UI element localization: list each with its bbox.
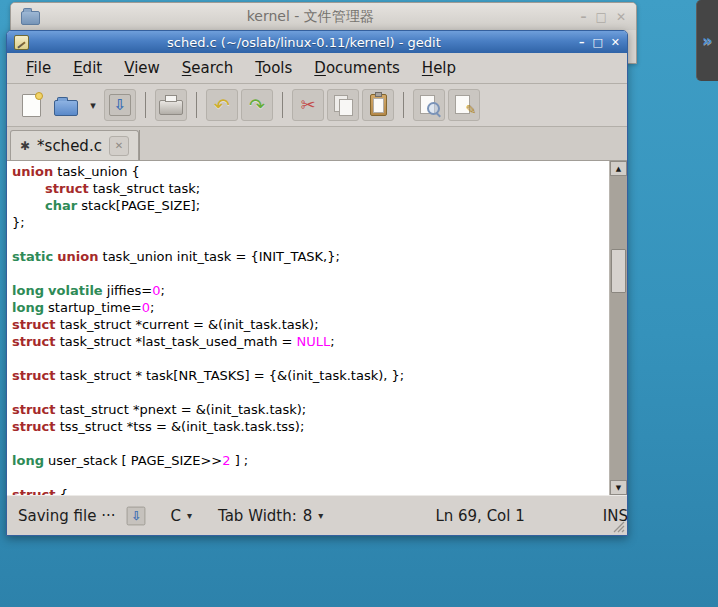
toolbar-separator bbox=[145, 92, 146, 118]
maximize-button[interactable]: □ bbox=[592, 37, 602, 48]
desktop: kernel - 文件管理器 – □ ✕ sched.c (~/oslab/li… bbox=[0, 0, 718, 607]
code-line: struct task_struct task; bbox=[12, 180, 609, 197]
toolbar-separator bbox=[282, 92, 283, 118]
code-line: union task_union { bbox=[12, 163, 609, 180]
status-bar: Saving file ··· ⇩ C ▾ Tab Width: 8 ▾ Ln … bbox=[7, 495, 627, 535]
redo-icon: ↷ bbox=[249, 96, 265, 115]
text-editor[interactable]: union task_union { struct task_struct ta… bbox=[7, 161, 609, 495]
code-line: static union task_union init_task = {INI… bbox=[12, 248, 609, 265]
undo-icon: ↶ bbox=[214, 96, 230, 115]
paste-button[interactable] bbox=[362, 89, 394, 121]
file-manager-titlebar[interactable]: kernel - 文件管理器 – □ ✕ bbox=[11, 3, 636, 30]
scrollbar-track[interactable] bbox=[610, 176, 627, 480]
print-icon bbox=[159, 100, 183, 115]
gedit-titlebar[interactable]: sched.c (~/oslab/linux-0.11/kernel) - ge… bbox=[7, 31, 627, 53]
menu-bar: FileEditViewSearchToolsDocumentsHelp bbox=[7, 53, 627, 84]
code-line: struct task_struct *current = &(init_tas… bbox=[12, 316, 609, 333]
menu-file[interactable]: File bbox=[15, 55, 62, 81]
code-line: long user_stack [ PAGE_SIZE>>2 ] ; bbox=[12, 452, 609, 469]
status-message: Saving file ··· bbox=[11, 507, 122, 525]
minimize-button[interactable]: – bbox=[579, 37, 585, 48]
tab-close-button[interactable]: ✕ bbox=[109, 136, 129, 156]
fm-maximize-button[interactable]: □ bbox=[596, 11, 607, 23]
tab-width-selector[interactable]: Tab Width: 8 ▾ bbox=[212, 507, 329, 525]
resize-grip[interactable] bbox=[610, 518, 625, 533]
chevron-down-icon: ▾ bbox=[318, 510, 323, 521]
tabbar-empty-area bbox=[140, 130, 627, 160]
code-line: struct task_struct *last_task_used_math … bbox=[12, 333, 609, 350]
tab-progress-icon: ✱ bbox=[20, 140, 30, 152]
paste-icon bbox=[370, 94, 387, 116]
save-icon: ⇩ bbox=[109, 94, 131, 116]
cut-icon: ✂ bbox=[300, 96, 315, 114]
code-line: struct task_struct * task[NR_TASKS] = {&… bbox=[12, 367, 609, 384]
open-dropdown-button[interactable]: ▾ bbox=[85, 89, 101, 121]
chevron-down-icon: ▾ bbox=[187, 510, 192, 521]
replace-button[interactable]: ✎ bbox=[448, 89, 480, 121]
redo-button[interactable]: ↷ bbox=[241, 89, 273, 121]
find-icon bbox=[419, 95, 440, 116]
scrollbar-down-button[interactable]: ▼ bbox=[610, 480, 627, 495]
print-button[interactable] bbox=[155, 89, 187, 121]
panel-hide-button[interactable]: » bbox=[696, 0, 718, 81]
new-document-icon bbox=[22, 94, 41, 117]
gedit-window: sched.c (~/oslab/linux-0.11/kernel) - ge… bbox=[6, 30, 628, 536]
undo-button[interactable]: ↶ bbox=[206, 89, 238, 121]
toolbar-separator bbox=[403, 92, 404, 118]
menu-edit[interactable]: Edit bbox=[62, 55, 113, 81]
scrollbar-thumb[interactable] bbox=[611, 249, 626, 293]
menu-view[interactable]: View bbox=[113, 55, 171, 81]
scroll-down-icon: ▼ bbox=[616, 484, 621, 492]
cursor-position: Ln 69, Col 1 bbox=[435, 507, 524, 525]
file-manager-title: kernel - 文件管理器 bbox=[40, 8, 581, 26]
menu-tools[interactable]: Tools bbox=[244, 55, 303, 81]
fm-minimize-button[interactable]: – bbox=[581, 11, 587, 23]
scrollbar: ▲ ▼ bbox=[609, 161, 627, 495]
code-line bbox=[12, 231, 609, 248]
code-line: char stack[PAGE_SIZE]; bbox=[12, 197, 609, 214]
save-icon: ⇩ bbox=[127, 506, 146, 525]
code-line bbox=[12, 265, 609, 282]
scrollbar-up-button[interactable]: ▲ bbox=[610, 161, 627, 176]
code-line bbox=[12, 435, 609, 452]
tab-sched[interactable]: ✱ *sched.c ✕ bbox=[10, 130, 139, 160]
open-button[interactable] bbox=[50, 89, 82, 121]
code-line: }; bbox=[12, 214, 609, 231]
code-line: long volatile jiffies=0; bbox=[12, 282, 609, 299]
editor-area: union task_union { struct task_struct ta… bbox=[7, 160, 627, 495]
menu-help[interactable]: Help bbox=[411, 55, 467, 81]
cut-button[interactable]: ✂ bbox=[292, 89, 324, 121]
code-line bbox=[12, 469, 609, 486]
toolbar-separator bbox=[196, 92, 197, 118]
menu-documents[interactable]: Documents bbox=[303, 55, 411, 81]
tab-width-label: Tab Width: bbox=[218, 507, 297, 525]
code-line bbox=[12, 384, 609, 401]
status-save-button[interactable]: ⇩ bbox=[126, 505, 146, 525]
open-dropdown-icon: ▾ bbox=[90, 100, 96, 111]
new-document-button[interactable] bbox=[15, 89, 47, 121]
language-value: C bbox=[170, 507, 180, 525]
menu-search[interactable]: Search bbox=[171, 55, 245, 81]
code-line: long startup_time=0; bbox=[12, 299, 609, 316]
save-button[interactable]: ⇩ bbox=[104, 89, 136, 121]
fm-close-button[interactable]: ✕ bbox=[616, 11, 626, 23]
copy-button[interactable] bbox=[327, 89, 359, 121]
replace-icon: ✎ bbox=[454, 95, 475, 116]
code-line bbox=[12, 350, 609, 367]
gedit-app-icon bbox=[14, 35, 29, 50]
language-selector[interactable]: C ▾ bbox=[164, 507, 198, 525]
tab-bar: ✱ *sched.c ✕ bbox=[7, 127, 627, 160]
copy-icon bbox=[333, 95, 354, 116]
tab-label: *sched.c bbox=[37, 137, 102, 155]
code-line: struct tss_struct *tss = &(init_task.tas… bbox=[12, 418, 609, 435]
double-chevron-right-icon: » bbox=[702, 33, 712, 49]
find-button[interactable] bbox=[413, 89, 445, 121]
scroll-up-icon: ▲ bbox=[616, 165, 621, 173]
tab-width-value: 8 bbox=[303, 507, 313, 525]
toolbar: ▾⇩↶↷✂✎ bbox=[7, 84, 627, 127]
open-icon bbox=[54, 100, 78, 116]
close-button[interactable]: ✕ bbox=[611, 37, 620, 48]
gedit-title: sched.c (~/oslab/linux-0.11/kernel) - ge… bbox=[29, 35, 579, 50]
folder-icon bbox=[21, 11, 40, 25]
close-icon: ✕ bbox=[115, 140, 123, 151]
